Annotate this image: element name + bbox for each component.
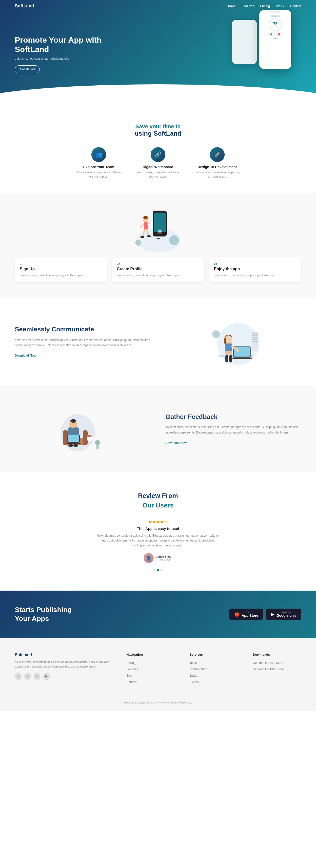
communicate-title: Seamlessly Communicate	[15, 325, 151, 334]
google-play-icon: ▶	[271, 612, 275, 617]
footer-downloads-title: Downloads	[253, 653, 301, 656]
svg-rect-33	[252, 337, 258, 338]
footer-grid: SoftLand dolor sit amet, consectetur adi…	[15, 653, 301, 686]
cta-buttons: 🍎 Get it on App Store ▶ Get it on Google…	[229, 609, 301, 620]
svg-rect-24	[224, 338, 226, 344]
social-linkedin[interactable]: in	[34, 673, 40, 680]
footer-link-team[interactable]: Team	[190, 661, 197, 664]
footer-services-title: Services	[190, 653, 238, 656]
footer-downloads-links: Get from the App Store Get from the Play…	[253, 660, 301, 671]
feature-card-2: 🔗 Digital Whiteboard dolor sit amet, con…	[133, 147, 183, 179]
social-youtube[interactable]: ▶	[43, 673, 50, 680]
step-title-1: Sign Up	[20, 267, 102, 271]
nav-contact[interactable]: Contact	[290, 4, 301, 8]
step-desc-3: dolor sit amet, consectetur adipiscing e…	[214, 273, 296, 277]
communicate-desc: dolor sit amet, consectetur adipiscing e…	[15, 338, 151, 348]
footer-nav-links: Pricing Features Blog Contact	[126, 660, 175, 684]
google-play-label: Google play	[277, 614, 296, 617]
google-play-button[interactable]: ▶ Get it on Google play	[266, 609, 301, 620]
nav-logo[interactable]: SoftLand	[15, 3, 34, 9]
svg-line-14	[148, 222, 151, 224]
features-subtitle: Save your time to	[15, 123, 301, 130]
running-girl-illustration	[131, 208, 185, 252]
communicate-download-link[interactable]: Download Now	[15, 354, 36, 357]
svg-rect-27	[225, 355, 228, 363]
footer-social: 𝕏 f in ▶	[15, 673, 112, 680]
footer-logo: SoftLand	[15, 653, 112, 657]
svg-rect-48	[68, 435, 79, 442]
review-dot-1[interactable]	[153, 569, 155, 571]
phone-mockup-big: MY FITNESS APP 75 Your Goal Diet Heart	[259, 10, 291, 69]
feature-card-1: 👥 Explore Your Team dolor sit amet, cons…	[74, 147, 123, 179]
svg-point-7	[143, 216, 148, 219]
reviewer-role: — App User	[156, 558, 172, 561]
app-store-button[interactable]: 🍎 Get it on App Store	[229, 609, 263, 620]
footer-link-appstore[interactable]: Get from the App Store	[253, 661, 283, 664]
feature-desc-3: dolor sit amet, consectetur adipiscing e…	[193, 170, 242, 179]
phone-app-name: MY FITNESS APP	[261, 15, 289, 17]
phone-goal-circle: 75 Your Goal	[268, 18, 282, 31]
footer-link-contact[interactable]: Contact	[126, 680, 137, 684]
dot-3	[277, 38, 278, 39]
step-card-3: 03 Enjoy the app dolor sit amet, consect…	[209, 257, 301, 282]
step-number-2: 02	[117, 262, 199, 265]
svg-point-46	[70, 419, 76, 423]
social-twitter[interactable]: 𝕏	[15, 673, 22, 680]
footer-link-features[interactable]: Features	[126, 668, 138, 671]
nav-features[interactable]: Features	[241, 4, 254, 8]
hero-phones: MY FITNESS APP 75 Your Goal Diet Heart	[232, 10, 291, 69]
svg-rect-31	[252, 333, 258, 334]
review-card: ★★★★☆ This App is easy to use! dolor sit…	[96, 519, 220, 563]
feedback-download-link[interactable]: Download Now	[165, 441, 186, 444]
review-dot-3[interactable]	[161, 569, 163, 571]
dot-2	[275, 38, 276, 39]
reviews-section: Review From Our Users ★★★★☆ This App is …	[0, 472, 316, 591]
svg-rect-25	[225, 343, 232, 351]
svg-rect-54	[96, 444, 99, 450]
footer-link-tasks[interactable]: Tasks	[190, 674, 197, 677]
feature-icon-team: 👥	[91, 147, 106, 162]
app-store-label: App Store	[242, 614, 258, 617]
whiteboard-icon: 🔗	[155, 151, 162, 158]
footer-link-events[interactable]: Events	[190, 680, 199, 684]
communicate-section: Seamlessly Communicate dolor sit amet, c…	[0, 297, 316, 386]
diet-icon	[270, 33, 272, 35]
footer-link-collaboration[interactable]: Collaboration	[190, 668, 207, 671]
design-icon: 🚀	[214, 151, 221, 158]
footer-link-playstore[interactable]: Get from the Play Store	[253, 668, 284, 671]
communicate-illustration	[206, 317, 260, 366]
svg-point-43	[73, 444, 78, 447]
hero-cta-button[interactable]: Get started	[15, 65, 40, 73]
step-title-3: Enjoy the app	[214, 267, 296, 271]
reviewer-avatar: 👤	[144, 553, 153, 563]
svg-rect-39	[83, 430, 88, 445]
nav-blog[interactable]: Blog	[276, 4, 284, 8]
team-icon: 👥	[95, 151, 102, 158]
feedback-title: Gather Feedback	[165, 413, 301, 421]
nav-pricing[interactable]: Pricing	[260, 4, 270, 8]
footer-link-pricing[interactable]: Pricing	[126, 661, 136, 664]
footer-copyright: Copyright © 2021 Company Name. All Right…	[15, 696, 301, 704]
svg-point-42	[68, 444, 73, 447]
footer: SoftLand dolor sit amet, consectetur adi…	[0, 638, 316, 711]
steps-cards: 01 Sign Up dolor sit amet, consectetur a…	[15, 257, 301, 282]
nav-links: Home Features Pricing Blog Contact	[227, 4, 301, 8]
footer-link-blog[interactable]: Blog	[126, 674, 132, 677]
footer-nav-title: Navigation	[126, 653, 175, 656]
phone-mockup-small	[232, 20, 257, 64]
cta-section: Starts PublishingYour Apps 🍎 Get it on A…	[0, 591, 316, 638]
social-facebook[interactable]: f	[24, 673, 31, 680]
phone-goal-value: 75	[273, 22, 278, 26]
svg-rect-8	[144, 222, 148, 229]
hero-content: Promote Your App with SoftLand dolor sit…	[15, 35, 118, 73]
nav-home[interactable]: Home	[227, 4, 235, 8]
hero-section: Promote Your App with SoftLand dolor sit…	[0, 0, 316, 103]
feature-title-1: Explore Your Team	[74, 165, 123, 169]
svg-rect-52	[87, 435, 92, 437]
svg-point-16	[135, 240, 141, 246]
feature-title-3: Design To Development	[193, 165, 242, 169]
svg-point-11	[140, 236, 144, 238]
features-section: Save your time to using SoftLand 👥 Explo…	[0, 103, 316, 193]
review-dot-2[interactable]	[157, 569, 159, 571]
reviews-title: Review From	[15, 492, 301, 500]
